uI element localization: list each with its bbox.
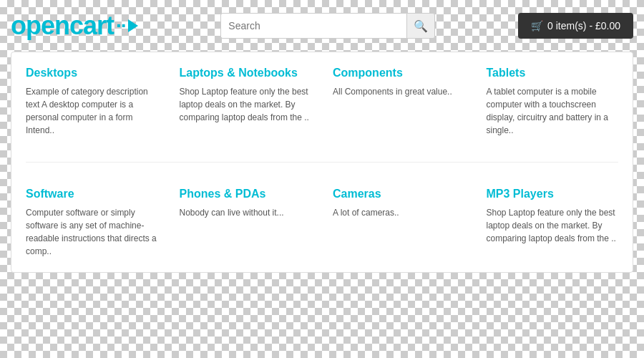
category-title-phones[interactable]: Phones & PDAs xyxy=(180,188,312,200)
header: opencart ·· 🔍 🛒 0 item(s) - £0.00 xyxy=(11,11,633,41)
search-input[interactable] xyxy=(220,13,406,39)
category-title-components[interactable]: Components xyxy=(333,67,465,79)
category-desc-laptops: Shop Laptop feature only the best laptop… xyxy=(180,85,312,124)
category-item-mp3: MP3 Players Shop Laptop feature only the… xyxy=(487,188,619,258)
category-title-laptops[interactable]: Laptops & Notebooks xyxy=(180,67,312,79)
category-item-laptops: Laptops & Notebooks Shop Laptop feature … xyxy=(180,67,312,137)
category-title-software[interactable]: Software xyxy=(26,188,158,200)
cart-label: 0 item(s) - £0.00 xyxy=(547,20,620,32)
category-desc-mp3: Shop Laptop feature only the best laptop… xyxy=(487,206,619,245)
category-item-tablets: Tablets A tablet computer is a mobile co… xyxy=(487,67,619,137)
category-grid: Desktops Example of category description… xyxy=(26,67,618,258)
search-bar: 🔍 xyxy=(220,13,435,39)
logo-text: opencart xyxy=(11,11,114,41)
logo-decoration: ·· xyxy=(116,14,126,37)
logo-arrow-icon xyxy=(128,19,138,32)
content-box: Desktops Example of category description… xyxy=(11,52,633,273)
page-wrapper: opencart ·· 🔍 🛒 0 item(s) - £0.00 Deskto… xyxy=(11,0,633,273)
category-item-software: Software Computer software or simply sof… xyxy=(26,188,158,258)
category-title-cameras[interactable]: Cameras xyxy=(333,188,465,200)
category-desc-components: All Components in great value.. xyxy=(333,85,465,98)
category-desc-cameras: A lot of cameras.. xyxy=(333,206,465,219)
cart-button[interactable]: 🛒 0 item(s) - £0.00 xyxy=(518,13,633,39)
search-button[interactable]: 🔍 xyxy=(406,13,435,39)
category-desc-software: Computer software or simply software is … xyxy=(26,206,158,258)
category-title-mp3[interactable]: MP3 Players xyxy=(487,188,619,200)
logo[interactable]: opencart ·· xyxy=(11,11,138,41)
category-desc-tablets: A tablet computer is a mobile computer w… xyxy=(487,85,619,137)
row-divider xyxy=(26,162,618,163)
category-item-components: Components All Components in great value… xyxy=(333,67,465,137)
category-title-desktops[interactable]: Desktops xyxy=(26,67,158,79)
category-desc-phones: Nobody can live without it... xyxy=(180,206,312,219)
category-title-tablets[interactable]: Tablets xyxy=(487,67,619,79)
category-item-phones: Phones & PDAs Nobody can live without it… xyxy=(180,188,312,258)
category-item-desktops: Desktops Example of category description… xyxy=(26,67,158,137)
cart-icon: 🛒 xyxy=(531,20,543,32)
search-icon: 🔍 xyxy=(414,19,428,33)
category-desc-desktops: Example of category description text A d… xyxy=(26,85,158,137)
category-item-cameras: Cameras A lot of cameras.. xyxy=(333,188,465,258)
